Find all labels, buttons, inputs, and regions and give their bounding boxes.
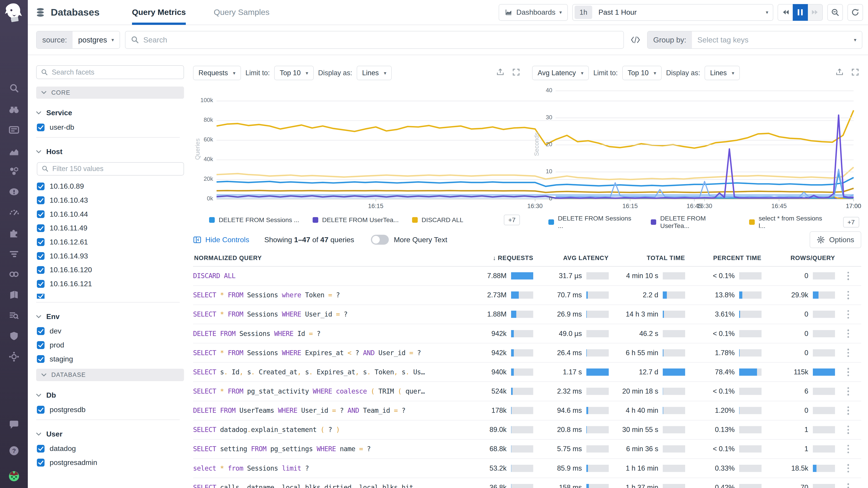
facet-item-10.16.11.49[interactable]: 10.16.11.49 xyxy=(37,224,184,232)
checkbox-checked[interactable] xyxy=(37,196,45,204)
row-actions-kebab-icon[interactable] xyxy=(835,368,861,376)
row-actions-kebab-icon[interactable] xyxy=(835,406,861,415)
column-header-normalized-query[interactable]: NORMALIZED QUERY xyxy=(193,254,458,262)
metrics-chart-icon[interactable] xyxy=(7,144,21,157)
time-range-picker[interactable]: 1h Past 1 Hour ▾ xyxy=(572,4,773,21)
facet-group-title[interactable]: Host xyxy=(36,148,184,156)
table-row[interactable]: SELECT setting FROM pg_settings WHERE na… xyxy=(193,440,862,459)
help-question-icon[interactable]: ? xyxy=(7,444,21,457)
facet-item-staging[interactable]: staging xyxy=(37,355,184,363)
facet-item-10.16.10.43[interactable]: 10.16.10.43 xyxy=(37,196,184,204)
apm-traces-icon[interactable] xyxy=(7,247,21,260)
query-cell[interactable]: SELECT * FROM Sessions where Token = ? xyxy=(193,291,458,299)
monitors-alert-icon[interactable] xyxy=(7,185,21,198)
legend-item[interactable]: select * from Sessions l... xyxy=(749,215,830,230)
legend-item[interactable]: DELETE FROM Sessions ... xyxy=(548,215,638,230)
time-forward-button[interactable] xyxy=(808,4,823,21)
facet-item-prod[interactable]: prod xyxy=(37,341,184,349)
facet-item-10.16.0.89[interactable]: 10.16.0.89 xyxy=(37,182,184,191)
log-explorer-icon[interactable] xyxy=(7,309,21,322)
limit-select[interactable]: Top 10▾ xyxy=(274,66,313,80)
table-row[interactable]: DISCARD ALL7.88M31.7 µs4 min 10 s< 0.1%0 xyxy=(193,267,862,286)
table-row[interactable]: SELECT calls, datname, local_blks_dirtie… xyxy=(193,478,862,488)
checkbox-checked[interactable] xyxy=(37,445,45,453)
facet-item-10.16.12.61[interactable]: 10.16.12.61 xyxy=(37,238,184,246)
checkbox-checked[interactable] xyxy=(37,238,45,246)
source-select[interactable]: postgres▾ xyxy=(72,31,120,48)
checkbox-checked[interactable] xyxy=(37,183,45,191)
code-icon[interactable] xyxy=(630,36,640,44)
ci-chain-icon[interactable] xyxy=(7,267,21,281)
checkbox-checked[interactable] xyxy=(37,294,45,299)
checkbox-checked[interactable] xyxy=(37,252,45,260)
pause-button[interactable] xyxy=(793,4,808,21)
host-filter-input[interactable] xyxy=(52,165,179,173)
checkbox-checked[interactable] xyxy=(37,224,45,232)
checkbox-checked[interactable] xyxy=(37,341,45,349)
table-row[interactable]: select * from Sessions limit ?53.2k85.9 … xyxy=(193,459,862,478)
checkbox-checked[interactable] xyxy=(37,459,45,466)
checkbox-checked[interactable] xyxy=(37,355,45,363)
limit-select[interactable]: Top 10▾ xyxy=(622,66,662,80)
row-actions-kebab-icon[interactable] xyxy=(835,445,861,453)
checkbox-checked[interactable] xyxy=(37,266,45,274)
table-row[interactable]: SELECT * FROM pg_stat_activity WHERE coa… xyxy=(193,382,862,401)
facet-group-title[interactable]: Service xyxy=(36,109,184,117)
facet-search-input[interactable] xyxy=(52,68,179,76)
logs-book-icon[interactable] xyxy=(7,288,21,302)
query-cell[interactable]: SELECT datadog.explain_statement ( ? ) xyxy=(193,426,458,433)
column-header-avg-latency[interactable]: AVG LATENCY xyxy=(533,254,609,262)
legend-item[interactable]: DELETE FROM UserTea... xyxy=(313,216,399,224)
table-row[interactable]: DELETE FROM UserTeams WHERE User_id = ? … xyxy=(193,401,862,420)
column-header-rows-per-query[interactable]: ROWS/QUERY xyxy=(762,254,835,262)
legend-more-badge[interactable]: +7 xyxy=(843,217,859,228)
fullscreen-icon[interactable] xyxy=(851,68,859,78)
facet-item-10.16.16.120[interactable]: 10.16.16.120 xyxy=(37,266,184,274)
integrations-puzzle-icon[interactable] xyxy=(7,226,21,240)
query-cell[interactable]: SELECT s. Id, s. Created_at, s. Expires_… xyxy=(193,368,458,376)
facet-group-title[interactable]: Db xyxy=(36,391,184,399)
row-actions-kebab-icon[interactable] xyxy=(835,272,861,280)
facet-item-postgresadmin[interactable]: postgresadmin xyxy=(37,458,184,467)
legend-more-badge[interactable]: +7 xyxy=(504,215,520,225)
query-cell[interactable]: DISCARD ALL xyxy=(193,272,458,280)
facet-item-10.16.10.44[interactable]: 10.16.10.44 xyxy=(37,210,184,219)
row-actions-kebab-icon[interactable] xyxy=(835,349,861,357)
query-cell[interactable]: select * from Sessions limit ? xyxy=(193,464,458,472)
tab-query-samples[interactable]: Query Samples xyxy=(214,0,270,25)
checkbox-checked[interactable] xyxy=(37,280,45,288)
network-map-icon[interactable] xyxy=(7,350,21,363)
table-row[interactable]: SELECT * FROM Sessions where Token = ?2.… xyxy=(193,286,862,305)
column-header-requests[interactable]: ↓REQUESTS xyxy=(458,254,533,262)
dashboards-button[interactable]: Dashboards ▾ xyxy=(499,4,568,21)
table-row[interactable]: SELECT s. Id, s. Created_at, s. Expires_… xyxy=(193,363,862,382)
facet-item-postgresdb[interactable]: postgresdb xyxy=(37,405,184,414)
facet-section-header-core[interactable]: CORE xyxy=(36,87,184,99)
metric-select[interactable]: Requests▾ xyxy=(193,66,241,80)
hide-controls-button[interactable]: Hide Controls xyxy=(193,236,249,244)
legend-item[interactable]: DISCARD ALL xyxy=(412,216,463,224)
table-row[interactable]: SELECT datadog.explain_statement ( ? )89… xyxy=(193,420,862,440)
facet-item-10.16.16.121[interactable]: 10.16.16.121 xyxy=(37,280,184,288)
column-header-percent-time[interactable]: PERCENT TIME xyxy=(685,254,762,262)
table-row[interactable]: DELETE FROM Sessions WHERE Id = ?942k49.… xyxy=(193,324,862,344)
facet-group-title[interactable]: User xyxy=(36,430,184,438)
security-shield-icon[interactable] xyxy=(7,329,21,343)
checkbox-checked[interactable] xyxy=(37,327,45,335)
query-cell[interactable]: SELECT * FROM Sessions WHERE User_id = ? xyxy=(193,311,458,318)
zoom-out-button[interactable] xyxy=(827,4,843,21)
chat-feedback-icon[interactable] xyxy=(7,418,21,432)
query-cell[interactable]: DELETE FROM UserTeams WHERE User_id = ? … xyxy=(193,407,458,414)
events-list-icon[interactable] xyxy=(7,123,21,136)
facet-item-10.16.14.93[interactable]: 10.16.14.93 xyxy=(37,252,184,260)
legend-item[interactable]: DELETE FROM Sessions ... xyxy=(209,216,299,224)
facet-section-header-database[interactable]: DATABASE xyxy=(36,369,184,381)
options-button[interactable]: Options xyxy=(810,231,861,248)
query-cell[interactable]: SELECT * FROM Sessions WHERE Expires_at … xyxy=(193,349,458,357)
search-input[interactable] xyxy=(143,36,618,44)
tab-query-metrics[interactable]: Query Metrics xyxy=(132,0,186,25)
user-avatar[interactable] xyxy=(7,470,21,483)
row-actions-kebab-icon[interactable] xyxy=(835,483,861,488)
facet-group-title[interactable]: Env xyxy=(36,313,184,321)
row-actions-kebab-icon[interactable] xyxy=(835,329,861,338)
